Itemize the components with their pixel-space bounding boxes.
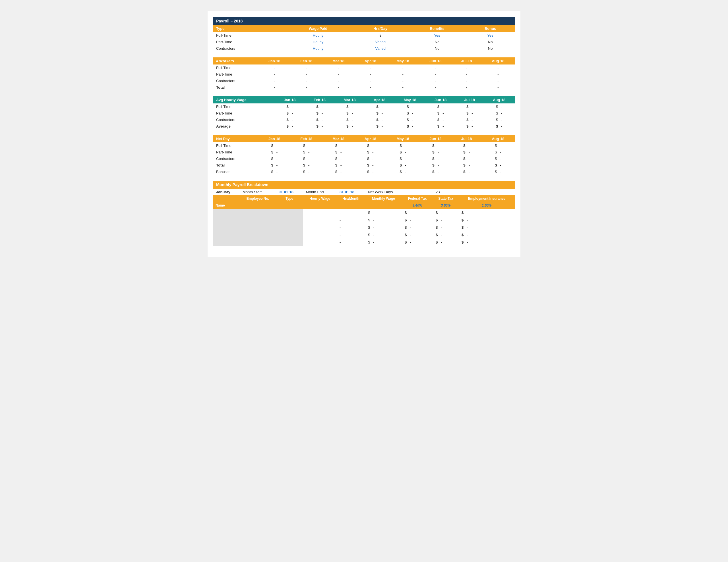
cell: - bbox=[258, 65, 290, 71]
net-work-days-label: Net Work Days bbox=[365, 189, 433, 195]
emp-ins-cell: $ - bbox=[459, 239, 515, 246]
federal-tax-cell: $ - bbox=[402, 209, 433, 216]
month-info-row: January Month Start 01-01-18 Month End 3… bbox=[213, 189, 515, 195]
table-row: Part-Time - - - - - - - - bbox=[213, 71, 515, 78]
emp-ins-cell: $ - bbox=[459, 216, 515, 224]
cell: - bbox=[386, 84, 419, 91]
total-row: Total $ - $ - $ - $ - $ - $ - $ - $ - bbox=[213, 162, 515, 169]
row-label: Contractors bbox=[213, 156, 258, 162]
cell: $ - bbox=[484, 110, 515, 117]
table-row: Full-Time $ - $ - $ - $ - $ - $ - $ - $ … bbox=[213, 103, 515, 110]
col-apr: Apr-18 bbox=[365, 96, 394, 103]
row-label: Contractors bbox=[213, 117, 275, 123]
row-label: Contractors bbox=[213, 45, 284, 52]
empty-cell bbox=[459, 189, 515, 195]
state-tax-cell: $ - bbox=[433, 224, 459, 231]
cell: $ - bbox=[452, 169, 481, 175]
cell: $ - bbox=[386, 156, 419, 162]
type-cell bbox=[276, 239, 303, 246]
row-label: Full-Time bbox=[213, 32, 284, 39]
row-label: Part-Time bbox=[213, 71, 258, 78]
cell: $ - bbox=[258, 156, 290, 162]
col-may: May-18 bbox=[386, 135, 419, 142]
table-row: - $ - $ - $ - $ - bbox=[213, 231, 515, 239]
cell: $ - bbox=[386, 162, 419, 169]
cell: $ - bbox=[386, 169, 419, 175]
net-pay-title: Net Pay bbox=[213, 135, 258, 142]
payroll-overview-header: Type Wage Paid Hrs/Day Benefits Bonus bbox=[213, 25, 515, 32]
hourly-wage-cell bbox=[303, 231, 337, 239]
cell: $ - bbox=[425, 123, 456, 130]
cell: - bbox=[322, 84, 355, 91]
hourly-wage-cell bbox=[303, 209, 337, 216]
cell: - bbox=[481, 84, 515, 91]
cell: $ - bbox=[456, 103, 483, 110]
col-hrs-month: Hrs/Month bbox=[337, 195, 365, 202]
benefits: Yes bbox=[408, 32, 466, 39]
row-label: Total bbox=[213, 162, 258, 169]
type-cell bbox=[276, 224, 303, 231]
cell: - bbox=[258, 84, 290, 91]
cell: - bbox=[481, 78, 515, 84]
workers-header: # Workers Jan-18 Feb-18 Mar-18 Apr-18 Ma… bbox=[213, 57, 515, 65]
row-label: Part-Time bbox=[213, 110, 275, 117]
cell: $ - bbox=[481, 156, 515, 162]
bonuses-row: Bonuses $ - $ - $ - $ - $ - $ - $ - $ - bbox=[213, 169, 515, 175]
cell: $ - bbox=[275, 123, 305, 130]
col-jul: Jul-18 bbox=[452, 57, 481, 65]
cell: $ - bbox=[335, 123, 365, 130]
state-tax-cell: $ - bbox=[433, 239, 459, 246]
cell: $ - bbox=[322, 142, 355, 149]
payroll-overview-title: Payroll – 2018 bbox=[213, 17, 515, 25]
monthly-breakdown-title: Monthly Payroll Breakdown bbox=[213, 181, 515, 189]
emp-no-cell bbox=[240, 209, 276, 216]
cell: $ - bbox=[322, 169, 355, 175]
cell: $ - bbox=[419, 169, 452, 175]
cell: $ - bbox=[394, 103, 425, 110]
col-jan: Jan-18 bbox=[275, 96, 305, 103]
row-label: Full-Time bbox=[213, 103, 275, 110]
cell: $ - bbox=[425, 110, 456, 117]
table-row: - $ - $ - $ - $ - bbox=[213, 239, 515, 246]
table-row: Contractors - - - - - - - - bbox=[213, 78, 515, 84]
cell: $ - bbox=[419, 142, 452, 149]
name-cell bbox=[213, 216, 240, 224]
cell: $ - bbox=[355, 149, 386, 156]
avg-hourly-title: Avg Hourly Wage bbox=[213, 96, 275, 103]
cell: $ - bbox=[481, 142, 515, 149]
emp-ins-cell: $ - bbox=[459, 231, 515, 239]
wage-paid: Hourly bbox=[284, 45, 353, 52]
table-row: Part-Time $ - $ - $ - $ - $ - $ - $ - $ … bbox=[213, 110, 515, 117]
col-wage-paid: Wage Paid bbox=[284, 25, 353, 32]
cell: $ - bbox=[452, 142, 481, 149]
monthly-breakdown-table: Monthly Payroll Breakdown January Month … bbox=[213, 181, 515, 246]
cell: $ - bbox=[275, 103, 305, 110]
cell: $ - bbox=[394, 117, 425, 123]
cell: $ - bbox=[335, 117, 365, 123]
cell: $ - bbox=[322, 149, 355, 156]
table-row: Full-Time Hourly 8 Yes Yes bbox=[213, 32, 515, 39]
cell: - bbox=[258, 78, 290, 84]
col-may: May-18 bbox=[394, 96, 425, 103]
cell: - bbox=[355, 78, 386, 84]
cell: - bbox=[452, 84, 481, 91]
cell: $ - bbox=[386, 142, 419, 149]
hrs-day: Varied bbox=[353, 39, 408, 45]
name-cell bbox=[213, 209, 240, 216]
row-label: Full-Time bbox=[213, 65, 258, 71]
bonus: No bbox=[466, 39, 515, 45]
row-label bold: Average bbox=[213, 123, 275, 130]
cell: $ - bbox=[322, 162, 355, 169]
name-cell bbox=[213, 224, 240, 231]
col-type: Type bbox=[213, 25, 284, 32]
net-work-days-val: 23 bbox=[433, 189, 459, 195]
col-name: Name bbox=[213, 195, 240, 209]
type-cell bbox=[276, 209, 303, 216]
payroll-overview-table: Payroll – 2018 Type Wage Paid Hrs/Day Be… bbox=[213, 17, 515, 52]
col-aug: Aug-18 bbox=[481, 57, 515, 65]
row-label: Part-Time bbox=[213, 149, 258, 156]
emp-ins-cell: $ - bbox=[459, 224, 515, 231]
row-label: Full-Time bbox=[213, 142, 258, 149]
cell: - bbox=[419, 71, 452, 78]
cell: - bbox=[322, 71, 355, 78]
